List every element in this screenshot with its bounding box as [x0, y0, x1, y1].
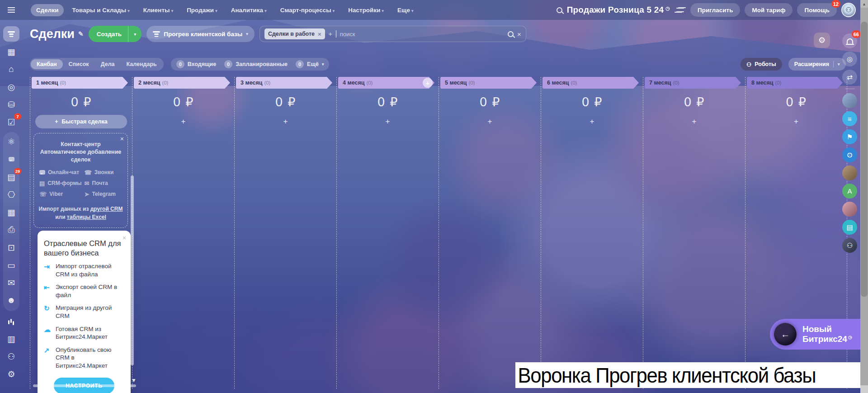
settings-gear-button[interactable]: ⚙	[814, 33, 830, 48]
sliders-icon[interactable]	[676, 7, 684, 13]
browser-scrollbar[interactable]: ▲	[860, 0, 868, 393]
tab-Календарь[interactable]: Календарь	[121, 59, 163, 69]
sidebar-item-drive[interactable]: ▭	[3, 257, 19, 273]
close-icon[interactable]: ×	[120, 135, 124, 142]
column-header[interactable]: 3 месяц(0)	[236, 77, 332, 89]
quick-deal-button[interactable]: + Быстрая сделка	[35, 115, 127, 128]
column-header[interactable]: 8 месяц(0)	[747, 77, 843, 89]
sidebar-item-crm[interactable]	[3, 26, 19, 42]
search-icon[interactable]	[557, 7, 562, 13]
column-header[interactable]: 1 месяц (0)	[32, 77, 128, 89]
sidebar-item-marketing[interactable]: ◎	[3, 79, 19, 95]
tariff-button[interactable]: Мой тариф	[745, 3, 793, 17]
sidebar-item-ai[interactable]: ⚇	[3, 349, 19, 364]
dock-user-avatar[interactable]	[842, 166, 857, 180]
channel-Почта[interactable]: ✉Почта	[85, 180, 122, 187]
channel-Telegram[interactable]: ➤Telegram	[85, 191, 122, 198]
close-icon[interactable]: ×	[123, 234, 126, 241]
scrollbar-up-arrow[interactable]: ▲	[860, 0, 868, 8]
dock-group-chat[interactable]: A	[842, 184, 857, 199]
channel-Онлайн-чат[interactable]: Онлайн-чат	[39, 169, 82, 176]
channel-CRM-формы[interactable]: ▤CRM-формы	[39, 180, 82, 187]
sidebar-item-analytics[interactable]	[3, 313, 19, 329]
menu-item-Настройки[interactable]: Настройки▾	[343, 4, 389, 16]
funnel-selector[interactable]: Прогрев клиентской базы ▾	[146, 26, 255, 42]
dock-saved-messages[interactable]: ⚑	[842, 129, 857, 144]
dock-user-avatar[interactable]	[842, 93, 857, 108]
hamburger-menu-icon[interactable]	[0, 7, 23, 13]
menu-item-Сделки[interactable]: Сделки	[31, 4, 64, 16]
channel-Звонки[interactable]: ☎Звонки	[85, 169, 122, 176]
sidebar-item-documents[interactable]: ⎙	[3, 222, 19, 237]
crm-option[interactable]: ☁Готовая CRM из Битрикс24.Маркет	[44, 325, 124, 341]
back-arrow-button[interactable]: ←	[774, 323, 797, 346]
dock-chat-transfer[interactable]: ⇄	[842, 70, 857, 85]
excel-link[interactable]: таблицы Excel	[67, 214, 106, 220]
add-deal-button[interactable]: +	[542, 117, 642, 126]
extensions-button[interactable]: Расширения ▾	[788, 58, 846, 71]
counter-Ещё[interactable]: 0Ещё▾	[296, 60, 324, 68]
new-bitrix24-promo[interactable]: ← Новый Битрикс24◷	[770, 319, 868, 350]
add-deal-button[interactable]: +	[134, 117, 233, 126]
sidebar-item-deals-calendar[interactable]: ▦	[3, 44, 19, 59]
counter-Запланированные[interactable]: 0Запланированные	[224, 60, 288, 68]
create-dropdown-caret[interactable]: ▾	[128, 26, 142, 42]
add-deal-button[interactable]: +	[645, 117, 744, 126]
add-deal-button[interactable]: +	[338, 117, 437, 126]
menu-item-Еще[interactable]: Еще▾	[392, 4, 419, 16]
sidebar-item-messenger[interactable]	[3, 152, 19, 167]
dock-bot-avatar[interactable]: ⚇	[842, 238, 857, 253]
sidebar-item-mail[interactable]: ✉	[3, 275, 19, 290]
channel-Viber[interactable]: ☏Viber	[39, 191, 82, 198]
add-deal-button[interactable]: +	[747, 117, 845, 126]
column-header[interactable]: 2 месяц(0)	[134, 77, 230, 89]
dock-chat-channel[interactable]: ≡	[842, 111, 857, 126]
tab-Дела[interactable]: Дела	[95, 59, 121, 69]
tab-Канбан[interactable]: Канбан	[31, 59, 63, 69]
crm-option[interactable]: ↗Опубликовать свою CRM в Битрикс24.Марке…	[44, 346, 124, 370]
sidebar-item-settings[interactable]: ⚙	[3, 366, 19, 382]
sidebar-item-tasks[interactable]: ☑7	[3, 114, 19, 130]
crm-option[interactable]: ⇤Экспорт своей CRM в файл	[44, 283, 124, 299]
column-header[interactable]: 7 месяц(0)	[645, 77, 741, 89]
column-scrollbar-horizontal[interactable]	[33, 384, 136, 387]
robots-button[interactable]: ⚇ Роботы	[741, 58, 782, 71]
add-stage-button[interactable]: +	[423, 78, 433, 88]
dock-notifications[interactable]: 66	[842, 33, 857, 48]
sidebar-item-news-feed[interactable]: ▤29	[3, 169, 19, 185]
clear-search-icon[interactable]: ×	[517, 30, 521, 38]
user-avatar[interactable]: ⚇	[841, 3, 856, 17]
filter-chip[interactable]: Сделки в работе ×	[264, 28, 325, 39]
search-filter-box[interactable]: Сделки в работе × + поиск ×	[259, 26, 526, 42]
sidebar-item-shop[interactable]: ⛁	[3, 97, 19, 112]
add-deal-button[interactable]: +	[440, 117, 539, 126]
menu-item-Продажи[interactable]: Продажи▾	[181, 4, 223, 16]
dock-focus[interactable]: ◎	[842, 52, 857, 66]
sidebar-item-automation[interactable]: ⎔	[3, 187, 19, 202]
dock-pet-chat[interactable]: ʘ	[842, 147, 857, 162]
search-icon[interactable]	[508, 31, 514, 37]
other-crm-link[interactable]: другой CRM	[90, 206, 123, 212]
add-deal-button[interactable]: +	[236, 117, 335, 126]
invite-button[interactable]: Пригласить	[690, 3, 740, 17]
sidebar-item-boards[interactable]: ⊡	[3, 240, 19, 255]
edit-pencil-icon[interactable]: ✎	[78, 30, 84, 38]
scrollbar-thumb[interactable]	[861, 22, 868, 297]
dock-user-avatar[interactable]	[842, 202, 857, 217]
sidebar-item-groups[interactable]: ☻	[3, 293, 19, 308]
tab-Список[interactable]: Список	[63, 59, 95, 69]
menu-item-Смарт-процессы[interactable]: Смарт-процессы▾	[275, 4, 340, 16]
menu-item-Клиенты[interactable]: Клиенты▾	[138, 4, 179, 16]
sidebar-item-company[interactable]: ▥	[3, 331, 19, 346]
counter-Входящие[interactable]: 0Входящие	[176, 60, 216, 68]
chip-remove-icon[interactable]: ×	[318, 31, 321, 38]
sidebar-item-collab[interactable]: ⚛	[3, 134, 19, 149]
create-button[interactable]: Создать ▾	[89, 26, 142, 42]
dock-channel[interactable]: ▤	[842, 220, 857, 235]
sidebar-item-calendar[interactable]: ▦	[3, 204, 19, 220]
column-header[interactable]: 4 месяц(0)+	[338, 77, 434, 89]
crm-option[interactable]: ↻Миграция из другой CRM	[44, 304, 124, 320]
column-header[interactable]: 5 месяц(0)	[440, 77, 537, 89]
sidebar-item-warehouse[interactable]: ⌂	[3, 62, 19, 77]
menu-item-Аналитика[interactable]: Аналитика▾	[226, 4, 272, 16]
